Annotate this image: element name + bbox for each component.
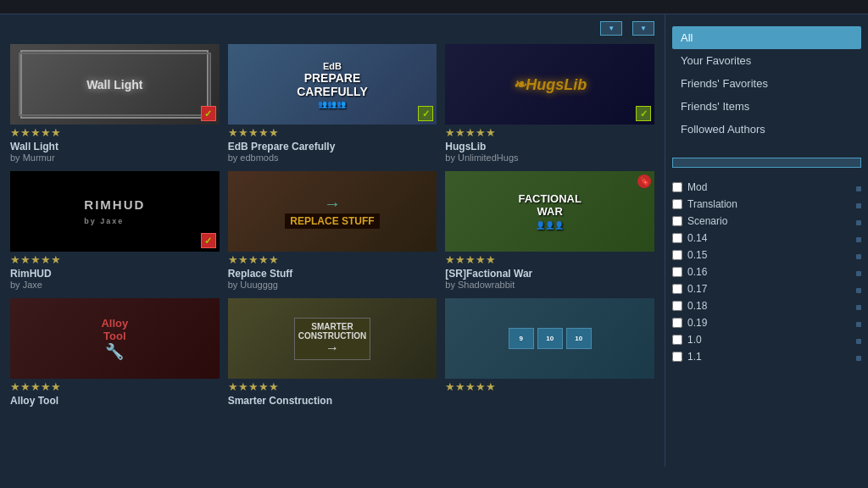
item-card[interactable]: →REPLACE STUFF★★★★★Replace Stuffby Uuugg… [228, 171, 437, 290]
tag-checkbox-scenario[interactable] [672, 216, 682, 226]
scroll-indicator [856, 271, 861, 276]
item-title: RimHUD [10, 268, 220, 280]
tag-label[interactable]: 0.18 [687, 300, 707, 312]
tag-label[interactable]: 0.17 [687, 283, 707, 295]
tag-checkbox-0.16[interactable] [672, 267, 682, 277]
scroll-indicator [856, 237, 861, 242]
item-check-overlay[interactable]: ✓ [201, 106, 216, 121]
item-title: Wall Light [10, 141, 220, 152]
toolbar [10, 21, 654, 36]
sort-dropdown[interactable] [600, 21, 622, 36]
tag-item: Mod [672, 181, 861, 196]
scroll-indicator [856, 356, 861, 361]
show-option-followed-authors[interactable]: Followed Authors [672, 118, 861, 141]
scroll-indicator [856, 186, 861, 191]
content-wrapper: Wall Light✓★★★★★Wall Lightby MurmurEdBPR… [0, 14, 868, 467]
tag-checkbox-0.19[interactable] [672, 318, 682, 328]
item-author: by Jaxe [10, 280, 220, 290]
tag-item: 0.16 [672, 266, 861, 280]
tag-item: 0.14 [672, 232, 861, 247]
item-card[interactable]: SMARTERCONSTRUCTION→★★★★★Smarter Constru… [228, 298, 437, 407]
item-stars: ★★★★★ [445, 253, 654, 266]
item-card[interactable]: 91010★★★★★ [445, 298, 654, 407]
tags-list: ModTranslationScenario0.140.150.160.170.… [672, 181, 861, 368]
item-check-overlay[interactable]: ✓ [636, 106, 651, 121]
item-card[interactable]: Wall Light✓★★★★★Wall Lightby Murmur [10, 44, 220, 163]
tag-label[interactable]: 0.16 [687, 266, 707, 278]
tag-checkbox-1.1[interactable] [672, 352, 682, 362]
item-stars: ★★★★★ [228, 253, 437, 266]
item-author: by Uuugggg [228, 280, 437, 290]
item-badge: 🔖 [637, 175, 651, 188]
show-option-all[interactable]: All [672, 26, 861, 49]
item-check-overlay[interactable]: ✓ [201, 233, 216, 248]
item-author: by Murmur [10, 152, 220, 163]
tag-item: 0.18 [672, 300, 861, 314]
tag-label[interactable]: 1.0 [687, 334, 702, 346]
scroll-indicator [856, 288, 861, 293]
time-dropdown[interactable] [632, 21, 654, 36]
tag-label[interactable]: Scenario [687, 215, 727, 227]
show-option-friends'-favorites[interactable]: Friends' Favorites [672, 72, 861, 95]
sort-group [595, 21, 654, 36]
item-title: Replace Stuff [228, 268, 437, 280]
item-card[interactable]: FACTIONALWAR👤👤👤🔖★★★★★[SR]Factional Warby… [445, 171, 654, 290]
tag-checkbox-0.14[interactable] [672, 233, 682, 243]
item-stars: ★★★★★ [445, 126, 654, 139]
scroll-indicator [856, 220, 861, 225]
items-grid: Wall Light✓★★★★★Wall Lightby MurmurEdBPR… [10, 44, 654, 407]
show-options: AllYour FavoritesFriends' FavoritesFrien… [672, 26, 861, 141]
item-stars: ★★★★★ [228, 126, 437, 139]
tag-checkbox-mod[interactable] [672, 182, 682, 192]
tag-label[interactable]: 0.15 [687, 249, 707, 261]
filter-date-button[interactable] [672, 158, 861, 168]
tag-item: Scenario [672, 215, 861, 230]
sidebar: AllYour FavoritesFriends' FavoritesFrien… [665, 14, 868, 467]
item-author: by Shadowrabbit [445, 280, 654, 290]
item-author: by edbmods [228, 152, 437, 163]
item-title: [SR]Factional War [445, 268, 654, 280]
tag-label[interactable]: Mod [687, 181, 707, 193]
item-stars: ★★★★★ [445, 380, 654, 393]
tag-item: 0.15 [672, 249, 861, 263]
tag-checkbox-0.17[interactable] [672, 284, 682, 294]
show-option-friends'-items[interactable]: Friends' Items [672, 95, 861, 118]
tag-checkbox-translation[interactable] [672, 199, 682, 209]
item-card[interactable]: AlloyTool🔧★★★★★Alloy Tool [10, 298, 220, 407]
tag-item: 1.0 [672, 334, 861, 348]
item-author: by UnlimitedHugs [445, 152, 654, 163]
scroll-indicator [856, 322, 861, 327]
tag-item: 1.1 [672, 351, 861, 365]
item-stars: ★★★★★ [10, 380, 220, 393]
tag-item: 0.17 [672, 283, 861, 297]
item-stars: ★★★★★ [10, 126, 220, 139]
item-card[interactable]: RIMHUDby Jaxe✓★★★★★RimHUDby Jaxe [10, 171, 220, 290]
tag-label[interactable]: Translation [687, 198, 737, 210]
tag-checkbox-0.18[interactable] [672, 301, 682, 311]
item-check-overlay[interactable]: ✓ [418, 106, 433, 121]
show-option-your-favorites[interactable]: Your Favorites [672, 49, 861, 72]
scroll-indicator [856, 305, 861, 310]
item-title: Smarter Construction [228, 395, 437, 407]
item-title: EdB Prepare Carefully [228, 141, 437, 152]
main-content: Wall Light✓★★★★★Wall Lightby MurmurEdBPR… [0, 14, 665, 467]
item-title: Alloy Tool [10, 395, 220, 407]
scroll-indicator [856, 339, 861, 344]
scroll-indicator [856, 254, 861, 259]
tag-checkbox-1.0[interactable] [672, 335, 682, 345]
item-card[interactable]: EdBPREPARECAREFULLY👥👥👥✓★★★★★EdB Prepare … [228, 44, 437, 163]
tag-item: Translation [672, 198, 861, 213]
tag-label[interactable]: 0.14 [687, 232, 707, 244]
tag-item: 0.19 [672, 317, 861, 331]
item-stars: ★★★★★ [228, 380, 437, 393]
page-header [0, 0, 868, 14]
tag-checkbox-0.15[interactable] [672, 250, 682, 260]
item-card[interactable]: ❧HugsLib✓★★★★★HugsLibby UnlimitedHugs [445, 44, 654, 163]
item-title: HugsLib [445, 141, 654, 152]
tag-label[interactable]: 0.19 [687, 317, 707, 329]
tag-label[interactable]: 1.1 [687, 351, 702, 363]
item-stars: ★★★★★ [10, 253, 220, 266]
scroll-indicator [856, 203, 861, 208]
